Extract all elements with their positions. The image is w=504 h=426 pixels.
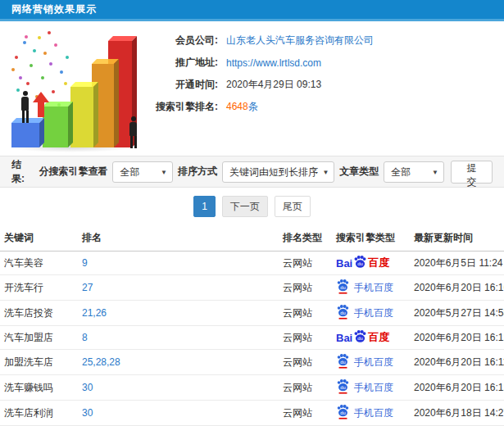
- rank-link[interactable]: 27: [82, 282, 93, 293]
- rank-link[interactable]: 9: [82, 257, 88, 269]
- svg-text:du: du: [340, 360, 345, 365]
- keyword-cell: 洗车店投资: [4, 307, 53, 319]
- businessman-figure: [20, 91, 30, 123]
- rank-link[interactable]: 25,28,28: [82, 356, 120, 368]
- col-header-rank: 排名: [78, 225, 279, 252]
- mobile-baidu-paw-icon: du: [336, 304, 350, 322]
- keyword-cell: 汽车加盟店: [4, 332, 53, 343]
- baidu-logo: Baidu百度: [336, 329, 389, 346]
- table-row: 汽车加盟店8云网站Baidu百度2020年6月20日 16:12: [0, 326, 504, 350]
- svg-text:du: du: [340, 385, 345, 390]
- keyword-cell: 开洗车行: [4, 282, 43, 293]
- filter-controls: 分搜索引擎查看 全部 排序方式 关键词由短到长排序 文章类型 全部 提交: [34, 161, 493, 184]
- confetti-dots: [48, 31, 51, 34]
- open-time-field: 开通时间: 2020年4月29日 09:13: [129, 74, 490, 96]
- table-row: 洗车赚钱吗30云网站du手机百度2020年6月20日 16:12: [0, 375, 504, 401]
- bar-chart-illustration: [5, 25, 146, 152]
- engine-rank-label: 搜索引擎排名:: [129, 100, 218, 114]
- member-company-field: 会员公司: 山东老人头汽车服务咨询有限公司: [129, 29, 490, 52]
- sort-select-input[interactable]: 关键词由短到长排序: [223, 162, 334, 182]
- table-row: 洗车店投资21,26云网站du手机百度2020年5月27日 14:58: [0, 301, 504, 326]
- rank-type-cell: 云网站: [283, 332, 312, 343]
- engine-rank-unit-link[interactable]: 条: [248, 101, 258, 112]
- svg-text:du: du: [357, 336, 363, 341]
- rank-link[interactable]: 8: [82, 332, 88, 343]
- rank-type-cell: 云网站: [283, 407, 312, 419]
- col-header-engine-type: 搜索引擎类型: [332, 225, 410, 252]
- next-page-button[interactable]: 下一页: [222, 196, 268, 217]
- keyword-cell: 洗车赚钱吗: [4, 382, 53, 393]
- up-arrow-icon: [33, 92, 49, 118]
- chart-bar-blue: [11, 123, 39, 147]
- keyword-cell: 汽车美容: [4, 257, 43, 269]
- engine-rank-field: 搜索引擎排名: 4648条: [129, 96, 490, 118]
- promo-url-field: 推广地址: https://www.lrtlsd.com: [129, 52, 490, 74]
- updated-time-cell: 2020年6月20日 16:12: [414, 332, 504, 343]
- businessman-figure: [128, 116, 138, 148]
- rank-type-cell: 云网站: [283, 356, 312, 368]
- col-header-rank-type: 排名类型: [279, 225, 332, 252]
- open-time-label: 开通时间:: [129, 78, 218, 92]
- updated-time-cell: 2020年6月20日 16:12: [414, 382, 504, 393]
- keyword-cell: 加盟洗车店: [4, 356, 53, 368]
- promo-url-label: 推广地址:: [129, 56, 218, 70]
- baidu-paw-icon: du: [352, 329, 368, 346]
- submit-button[interactable]: 提交: [451, 161, 493, 184]
- result-label: 结果:: [11, 158, 34, 186]
- article-type-select-input[interactable]: 全部: [384, 162, 443, 182]
- updated-time-cell: 2020年6月20日 16:16: [414, 282, 504, 293]
- baidu-paw-icon: du: [352, 255, 368, 271]
- rank-link[interactable]: 30: [82, 407, 93, 419]
- mobile-baidu-logo: du手机百度: [336, 378, 393, 397]
- engine-filter-select-input[interactable]: 全部: [113, 162, 172, 182]
- rank-type-cell: 云网站: [283, 307, 312, 319]
- col-header-keyword: 关键词: [0, 225, 78, 252]
- table-row: 开洗车行27云网站du手机百度2020年6月20日 16:16: [0, 275, 504, 301]
- info-fields: 会员公司: 山东老人头汽车服务咨询有限公司 推广地址: https://www.…: [129, 29, 490, 118]
- results-table: 关键词 排名 排名类型 搜索引擎类型 最新更新时间 汽车美容9云网站Baidu百…: [0, 225, 504, 426]
- rank-type-cell: 云网站: [283, 282, 312, 293]
- info-section: 会员公司: 山东老人头汽车服务咨询有限公司 推广地址: https://www.…: [0, 21, 504, 156]
- mobile-baidu-paw-icon: du: [336, 404, 350, 422]
- mobile-baidu-paw-icon: du: [336, 279, 350, 297]
- mobile-baidu-logo: du手机百度: [336, 304, 393, 322]
- svg-text:du: du: [340, 410, 345, 415]
- mobile-baidu-logo: du手机百度: [336, 404, 393, 422]
- page-1-button[interactable]: 1: [193, 196, 216, 217]
- updated-time-cell: 2020年6月5日 11:24: [414, 257, 503, 269]
- sort-select[interactable]: 关键词由短到长排序: [222, 161, 334, 183]
- svg-text:du: du: [340, 310, 345, 315]
- engine-filter-label: 分搜索引擎查看: [39, 165, 107, 179]
- table-row: 汽车美容9云网站Baidu百度2020年6月5日 11:24: [0, 252, 504, 275]
- sort-label: 排序方式: [178, 165, 217, 179]
- rank-link[interactable]: 21,26: [82, 307, 107, 319]
- updated-time-cell: 2020年5月27日 14:58: [414, 307, 504, 319]
- table-header-row: 关键词 排名 排名类型 搜索引擎类型 最新更新时间: [0, 225, 504, 252]
- baidu-logo: Baidu百度: [336, 255, 389, 271]
- svg-text:du: du: [357, 261, 363, 266]
- page-title: 网络营销效果展示: [11, 2, 97, 16]
- engine-filter-select[interactable]: 全部: [112, 161, 173, 183]
- keyword-cell: 洗车店利润: [4, 407, 53, 419]
- updated-time-cell: 2020年6月20日 16:11: [414, 356, 504, 368]
- promo-url-link[interactable]: https://www.lrtlsd.com: [226, 57, 321, 69]
- filter-bar: 结果: 分搜索引擎查看 全部 排序方式 关键词由短到长排序 文章类型 全部 提交: [0, 156, 504, 188]
- last-page-button[interactable]: 尾页: [275, 196, 311, 217]
- member-company-label: 会员公司:: [129, 34, 218, 48]
- engine-rank-count: 4648: [226, 101, 248, 112]
- rank-type-cell: 云网站: [283, 257, 312, 269]
- table-row: 加盟洗车店25,28,28云网站du手机百度2020年6月20日 16:11: [0, 350, 504, 375]
- rank-link[interactable]: 30: [82, 382, 93, 393]
- rank-type-cell: 云网站: [283, 382, 312, 393]
- article-type-select[interactable]: 全部: [384, 161, 444, 183]
- updated-time-cell: 2020年6月18日 14:27: [414, 407, 504, 419]
- pagination: 1 下一页 尾页: [0, 188, 504, 225]
- top-header-bar: 网络营销效果展示: [0, 0, 504, 21]
- chart-bar-yellow: [70, 87, 93, 147]
- mobile-baidu-paw-icon: du: [336, 353, 350, 371]
- member-company-link[interactable]: 山东老人头汽车服务咨询有限公司: [226, 34, 374, 48]
- svg-text:du: du: [340, 285, 345, 290]
- table-row: 洗车店利润30云网站du手机百度2020年6月18日 14:27: [0, 401, 504, 426]
- mobile-baidu-logo: du手机百度: [336, 279, 393, 297]
- article-type-label: 文章类型: [339, 165, 379, 179]
